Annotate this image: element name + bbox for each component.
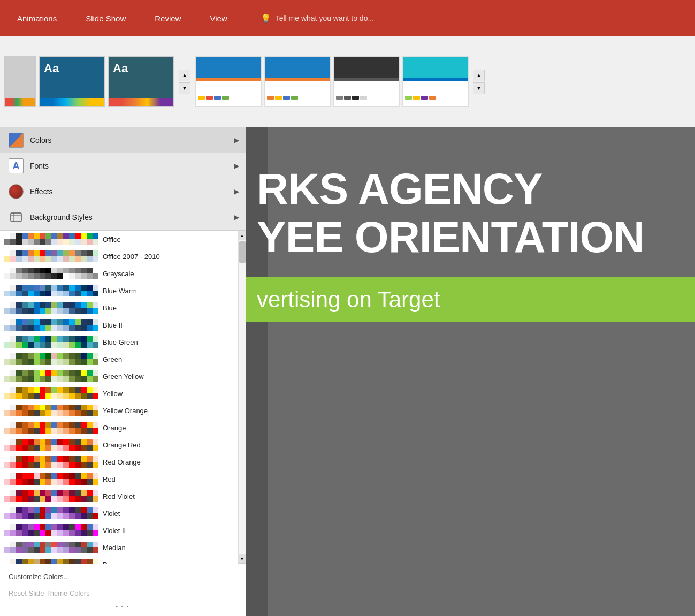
tab-animations[interactable]: Animations: [11, 10, 63, 27]
theme-list-item[interactable]: Office 2007 - 2010: [0, 248, 238, 265]
effects-icon: [9, 184, 24, 199]
reset-colors-option: Reset Slide Theme Colors: [0, 585, 246, 602]
themes-scrollbar: ▲ ▼: [238, 231, 246, 564]
theme-list-item-name: Office: [103, 235, 234, 244]
main-area: Colors ▶ A Fonts ▶ Effects ▶: [0, 127, 695, 616]
theme-list-item-name: Blue: [103, 304, 234, 312]
menu-item-colors[interactable]: Colors ▶: [0, 127, 246, 153]
theme-list-item[interactable]: Orange Red: [0, 436, 238, 453]
background-label: Background Styles: [30, 213, 93, 222]
theme-list-item-name: Orange: [103, 424, 234, 432]
effects-label: Effects: [30, 187, 53, 196]
theme-scroll-arrows: ▲ ▼: [179, 70, 190, 94]
theme-list-item-name: Median: [103, 544, 234, 552]
colors-submenu: Colors ▶ A Fonts ▶ Effects ▶: [0, 127, 246, 231]
theme-list-item-name: Office 2007 - 2010: [103, 253, 234, 261]
theme-list-item[interactable]: Blue Warm: [0, 282, 238, 299]
theme-list-item[interactable]: Green: [0, 351, 238, 368]
theme-scroll-right-arrows: ▲ ▼: [473, 70, 485, 94]
scroll-track: [239, 240, 246, 554]
slide-preview: RKS AGENCY YEE ORIENTATION vertising on …: [246, 127, 695, 616]
colors-label: Colors: [30, 136, 51, 145]
list-scroll-up-btn[interactable]: ▲: [239, 231, 246, 240]
ribbon-bar: Animations Slide Show Review View 💡 Tell…: [0, 0, 695, 36]
theme-thumb-teal-pattern[interactable]: Aa: [108, 56, 174, 107]
theme-list-item-name: Blue Warm: [103, 287, 234, 295]
theme-thumb-blue-pattern[interactable]: Aa: [39, 56, 105, 107]
slide-content: RKS AGENCY YEE ORIENTATION vertising on …: [246, 149, 695, 616]
theme-list-item[interactable]: Blue Green: [0, 333, 238, 351]
theme-list-item-name: Green Yellow: [103, 372, 234, 381]
theme-list-item-name: Blue II: [103, 321, 234, 329]
background-arrow-icon: ▶: [234, 214, 239, 221]
theme-list-item-name: Red Violet: [103, 492, 234, 500]
tab-view[interactable]: View: [203, 10, 233, 27]
theme-list-item-name: Yellow Orange: [103, 407, 234, 415]
theme-list-item[interactable]: Yellow: [0, 385, 238, 402]
tab-review[interactable]: Review: [148, 10, 187, 27]
theme-list-item[interactable]: Red Violet: [0, 488, 238, 505]
fonts-icon: A: [9, 158, 24, 173]
theme-list-item[interactable]: Orange: [0, 419, 238, 436]
theme-thumb-dark[interactable]: [333, 56, 400, 107]
theme-list-item-name: Orange Red: [103, 441, 234, 449]
ribbon-search-label: Tell me what you want to do...: [276, 14, 374, 22]
resize-dots: • • •: [0, 602, 246, 612]
theme-list-item-name: Yellow: [103, 390, 234, 398]
themes-row: Aa Aa ▲ ▼: [0, 36, 695, 127]
tab-slideshow[interactable]: Slide Show: [79, 10, 132, 27]
menu-item-background[interactable]: Background Styles ▶: [0, 204, 246, 230]
theme-list-item[interactable]: Violet: [0, 505, 238, 522]
theme-list-item[interactable]: Red: [0, 470, 238, 488]
theme-list-item-name: Violet II: [103, 527, 234, 535]
theme-list-item[interactable]: Median: [0, 539, 238, 556]
search-icon: 💡: [261, 13, 271, 24]
theme-list-item[interactable]: Grayscale: [0, 265, 238, 282]
theme-list-item[interactable]: Green Yellow: [0, 368, 238, 385]
theme-thumb-blue-white[interactable]: [195, 56, 262, 107]
dropdown-panel: Colors ▶ A Fonts ▶ Effects ▶: [0, 127, 246, 616]
customize-colors-option[interactable]: Customize Colors...: [0, 568, 246, 585]
theme-list-item-name: Blue Green: [103, 338, 234, 346]
theme-thumb-blue-orange[interactable]: [264, 56, 331, 107]
theme-list-item[interactable]: Blue II: [0, 316, 238, 333]
menu-item-effects[interactable]: Effects ▶: [0, 179, 246, 204]
theme-scroll-down[interactable]: ▼: [179, 82, 190, 94]
list-scroll-down-btn[interactable]: ▼: [239, 554, 246, 564]
theme-right-scroll-expand[interactable]: ▼: [473, 82, 485, 94]
theme-list-container: OfficeOffice 2007 - 2010GrayscaleBlue Wa…: [0, 231, 246, 564]
effects-arrow-icon: ▶: [234, 188, 239, 195]
theme-list-with-scroll: OfficeOffice 2007 - 2010GrayscaleBlue Wa…: [0, 231, 246, 564]
colors-icon: [9, 133, 24, 148]
slide-headline-line2: YEE ORIENTATION: [257, 213, 695, 261]
theme-list-item-name: Red: [103, 475, 234, 483]
theme-list-item-name: Grayscale: [103, 270, 234, 278]
bottom-options: Customize Colors... Reset Slide Theme Co…: [0, 564, 246, 616]
theme-list-item-name: Green: [103, 355, 234, 363]
theme-right-scroll-up[interactable]: ▲: [473, 70, 485, 81]
slide-headline-line1: RKS AGENCY: [257, 165, 695, 213]
theme-thumb-teal-cyan[interactable]: [402, 56, 469, 107]
theme-list-item-name: Red Orange: [103, 458, 234, 466]
theme-colors-list: OfficeOffice 2007 - 2010GrayscaleBlue Wa…: [0, 231, 238, 564]
theme-list-item[interactable]: Yellow Orange: [0, 402, 238, 419]
ribbon-search-area: 💡 Tell me what you want to do...: [261, 13, 374, 24]
colors-arrow-icon: ▶: [234, 136, 239, 144]
menu-item-fonts[interactable]: A Fonts ▶: [0, 153, 246, 179]
bg-styles-icon: [9, 210, 24, 225]
fonts-label: Fonts: [30, 162, 49, 170]
slide-headline: RKS AGENCY YEE ORIENTATION: [246, 149, 695, 272]
theme-scroll-up[interactable]: ▲: [179, 70, 190, 81]
theme-list-item[interactable]: Paper: [0, 556, 238, 564]
theme-list-item-name: Violet: [103, 509, 234, 518]
fonts-arrow-icon: ▶: [234, 162, 239, 170]
theme-list-item[interactable]: Violet II: [0, 522, 238, 539]
theme-list-item[interactable]: Office: [0, 231, 238, 248]
slide-green-bar: vertising on Target: [246, 277, 695, 322]
theme-list-item[interactable]: Blue: [0, 299, 238, 316]
theme-list-item[interactable]: Red Orange: [0, 453, 238, 470]
svg-rect-0: [11, 213, 21, 222]
scroll-thumb[interactable]: [239, 241, 246, 263]
theme-thumb-partial[interactable]: [4, 56, 36, 107]
